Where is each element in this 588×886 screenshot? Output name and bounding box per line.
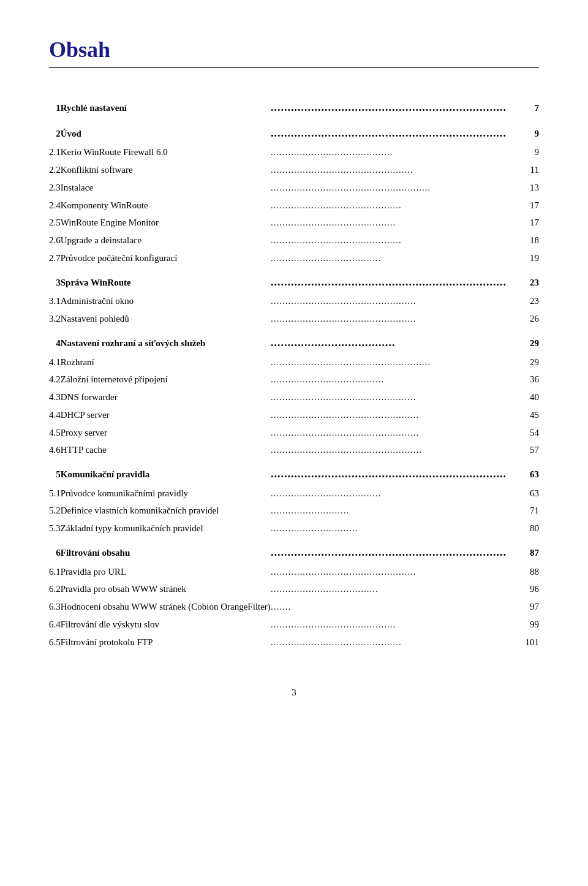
toc-main-page: 7 — [526, 93, 540, 118]
toc-sub-label: Konfliktní software — [61, 161, 271, 179]
toc-sub-number: 3.1 — [49, 292, 61, 310]
toc-dots: ........................................… — [271, 93, 526, 118]
toc-row: 2.6Upgrade a deinstalace................… — [49, 232, 539, 249]
toc-sub-page: 23 — [526, 292, 540, 310]
toc-dots: ........................................… — [271, 292, 526, 310]
toc-sub-number: 2.5 — [49, 214, 61, 232]
toc-row: 5.1Průvodce komunikačními pravidly......… — [49, 485, 539, 502]
toc-sub-number: 5.3 — [49, 520, 61, 537]
toc-dots: ........................................… — [271, 354, 526, 371]
toc-sub-page: 9 — [526, 143, 540, 161]
toc-row: 5.3Základní typy komunikačních pravidel.… — [49, 520, 539, 537]
toc-sub-page: 18 — [526, 232, 540, 249]
toc-sub-number: 6.4 — [49, 616, 61, 634]
toc-main-number: 2 — [49, 118, 61, 144]
toc-row: 4.6HTTP cache...........................… — [49, 441, 539, 459]
toc-sub-label: Pravidla pro URL — [61, 563, 271, 581]
toc-row: 6.4Filtrování dle výskytu slov..........… — [49, 616, 539, 634]
toc-main-page: 9 — [526, 118, 540, 144]
toc-dots: ........................................… — [271, 267, 526, 293]
toc-sub-page: 71 — [526, 502, 540, 520]
toc-dots: ........................................… — [271, 161, 526, 179]
toc-dots: ..................................... — [271, 328, 526, 354]
toc-row: 4.4DHCP server..........................… — [49, 406, 539, 424]
toc-sub-page: 57 — [526, 441, 540, 459]
toc-sub-label: Základní typy komunikačních pravidel — [61, 520, 271, 537]
toc-sub-label: Instalace — [61, 179, 271, 197]
toc-main-label: Rychlé nastavení — [61, 93, 271, 118]
toc-dots: ...................................... — [271, 249, 526, 267]
toc-sub-label: Filtrování dle výskytu slov — [61, 616, 271, 634]
toc-dots: ........................................… — [271, 118, 526, 144]
toc-sub-label: Pravidla pro obsah WWW stránek — [61, 580, 271, 598]
toc-sub-page: 17 — [526, 197, 540, 214]
toc-dots: ........................................… — [271, 537, 526, 563]
toc-main-label: Komunikační pravidla — [61, 459, 271, 485]
toc-row: 6Filtrování obsahu......................… — [49, 537, 539, 563]
toc-sub-page: 101 — [526, 634, 540, 651]
toc-dots: ........................................… — [271, 406, 526, 424]
toc-sub-page: 11 — [526, 161, 540, 179]
toc-main-label: Filtrování obsahu — [61, 537, 271, 563]
toc-dots: ........................... — [271, 502, 526, 520]
toc-sub-label: Hodnocení obsahu WWW stránek (Cobion Ora… — [61, 598, 271, 616]
toc-sub-label: Záložní internetové připojení — [61, 371, 271, 388]
toc-row: 6.5Filtrování protokolu FTP.............… — [49, 634, 539, 651]
page-title: Obsah — [49, 37, 539, 62]
toc-main-page: 63 — [526, 459, 540, 485]
toc-sub-label: Upgrade a deinstalace — [61, 232, 271, 249]
toc-sub-number: 3.2 — [49, 310, 61, 328]
toc-main-number: 1 — [49, 93, 61, 118]
toc-row: 2.1Kerio WinRoute Firewall 6.0..........… — [49, 143, 539, 161]
toc-row: 1Rychlé nastavení.......................… — [49, 93, 539, 118]
toc-sub-number: 5.1 — [49, 485, 61, 502]
toc-sub-number: 4.4 — [49, 406, 61, 424]
toc-sub-page: 26 — [526, 310, 540, 328]
title-divider — [49, 67, 539, 68]
toc-sub-page: 29 — [526, 354, 540, 371]
toc-sub-page: 36 — [526, 371, 540, 388]
toc-sub-number: 2.1 — [49, 143, 61, 161]
toc-sub-label: DHCP server — [61, 406, 271, 424]
toc-sub-page: 40 — [526, 388, 540, 406]
toc-sub-page: 97 — [526, 598, 540, 616]
toc-sub-number: 4.3 — [49, 388, 61, 406]
toc-dots: ........................................… — [271, 616, 526, 634]
toc-row: 4.3DNS forwarder........................… — [49, 388, 539, 406]
toc-sub-label: Kerio WinRoute Firewall 6.0 — [61, 143, 271, 161]
toc-main-label: Správa WinRoute — [61, 267, 271, 293]
toc-sub-page: 63 — [526, 485, 540, 502]
toc-sub-label: WinRoute Engine Monitor — [61, 214, 271, 232]
toc-dots: ........................................… — [271, 214, 526, 232]
toc-main-label: Úvod — [61, 118, 271, 144]
toc-row: 5Komunikační pravidla...................… — [49, 459, 539, 485]
toc-sub-label: Průvodce komunikačními pravidly — [61, 485, 271, 502]
toc-row: 6.2Pravidla pro obsah WWW stránek.......… — [49, 580, 539, 598]
toc-sub-label: Nastavení pohledů — [61, 310, 271, 328]
toc-sub-number: 4.2 — [49, 371, 61, 388]
toc-sub-label: Průvodce počáteční konfigurací — [61, 249, 271, 267]
toc-sub-label: Administrační okno — [61, 292, 271, 310]
toc-main-page: 29 — [526, 328, 540, 354]
toc-sub-page: 99 — [526, 616, 540, 634]
toc-sub-number: 2.4 — [49, 197, 61, 214]
toc-row: 2.4Komponenty WinRoute..................… — [49, 197, 539, 214]
toc-dots: ........................................… — [271, 563, 526, 581]
toc-dots: ........................................… — [271, 388, 526, 406]
toc-sub-label: Definice vlastních komunikačních pravide… — [61, 502, 271, 520]
toc-main-label: Nastavení rozhraní a síťových služeb — [61, 328, 271, 354]
toc-dots: ........................................… — [271, 424, 526, 442]
toc-row: 3.1Administrační okno...................… — [49, 292, 539, 310]
toc-dots: ........................................… — [271, 143, 526, 161]
toc-main-page: 87 — [526, 537, 540, 563]
toc-row: 4Nastavení rozhraní a síťových služeb...… — [49, 328, 539, 354]
toc-sub-page: 17 — [526, 214, 540, 232]
toc-sub-label: HTTP cache — [61, 441, 271, 459]
toc-table: 1Rychlé nastavení.......................… — [49, 93, 539, 651]
toc-dots: ........................................… — [271, 441, 526, 459]
toc-sub-number: 6.5 — [49, 634, 61, 651]
toc-main-number: 6 — [49, 537, 61, 563]
toc-row: 4.1Rozhraní.............................… — [49, 354, 539, 371]
toc-sub-number: 6.3 — [49, 598, 61, 616]
toc-sub-number: 6.2 — [49, 580, 61, 598]
